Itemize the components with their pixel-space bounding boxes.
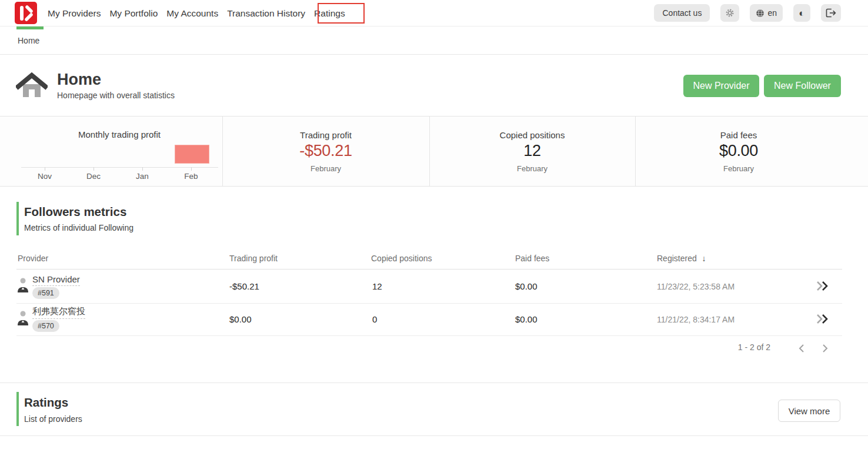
nav-ratings[interactable]: Ratings xyxy=(314,8,345,19)
chevron-left-icon xyxy=(797,344,806,353)
open-row-button[interactable] xyxy=(816,314,830,327)
stat-label: Copied positions xyxy=(429,130,635,140)
app-logo[interactable] xyxy=(15,2,37,24)
chart-title: Monthly trading profit xyxy=(16,129,222,139)
sort-desc-icon: ↓ xyxy=(702,254,706,263)
logo-icon xyxy=(15,2,37,24)
contact-us-button[interactable]: Contact us xyxy=(654,4,710,22)
logout-button[interactable] xyxy=(821,4,841,22)
cell-copied-positions: 12 xyxy=(372,281,382,291)
x-label-jan: Jan xyxy=(125,172,160,181)
cell-copied-positions: 0 xyxy=(372,314,377,324)
nav-my-accounts[interactable]: My Accounts xyxy=(166,8,218,19)
breadcrumb[interactable]: Home xyxy=(18,36,39,45)
ratings-section-title: Ratings xyxy=(24,395,68,410)
x-label-feb: Feb xyxy=(173,172,209,181)
theme-toggle-button[interactable]: ◐ xyxy=(793,4,810,22)
chart-x-axis xyxy=(21,167,218,168)
tick-feb xyxy=(191,167,192,171)
section-divider xyxy=(0,382,868,383)
app-root: My Providers My Portfolio My Accounts Tr… xyxy=(0,0,868,459)
col-trading-profit: Trading profit xyxy=(229,254,278,263)
house-icon xyxy=(16,70,48,102)
x-label-nov: Nov xyxy=(27,172,62,181)
language-button[interactable]: en xyxy=(750,4,783,22)
ratings-section-accent xyxy=(16,392,19,426)
ratings-section-subtitle: List of providers xyxy=(24,414,82,424)
col-registered-sort[interactable]: Registered ↓ xyxy=(657,254,706,263)
tick-nov xyxy=(45,167,45,171)
col-paid-fees: Paid fees xyxy=(515,254,549,263)
stat-label: Paid fees xyxy=(635,130,842,140)
stat-trading-profit: Trading profit -$50.21 February xyxy=(222,117,429,187)
contrast-icon: ◐ xyxy=(799,8,804,18)
main-menu: My Providers My Portfolio My Accounts Tr… xyxy=(48,0,345,26)
x-label-dec: Dec xyxy=(76,172,111,181)
pagination-range: 1 - 2 of 2 xyxy=(676,342,770,352)
stats-band: Monthly trading profit Nov Dec Jan Feb T… xyxy=(0,116,868,187)
page-subtitle: Homepage with overall statistics xyxy=(57,91,175,100)
followers-section-subtitle: Metrics of individual Following xyxy=(24,223,133,232)
provider-id-badge: #570 xyxy=(32,320,59,332)
new-provider-button[interactable]: New Provider xyxy=(683,75,759,97)
provider-name-link[interactable]: 利弗莫尔窖投 xyxy=(32,306,85,319)
feb-negative-bar xyxy=(175,145,209,164)
stat-label: Trading profit xyxy=(222,130,429,140)
col-provider: Provider xyxy=(18,254,48,263)
nav-my-portfolio[interactable]: My Portfolio xyxy=(109,8,158,19)
nav-my-providers[interactable]: My Providers xyxy=(48,8,101,19)
row-divider xyxy=(16,303,842,304)
nav-transaction-history[interactable]: Transaction History xyxy=(227,8,305,19)
new-follower-button[interactable]: New Follower xyxy=(764,75,841,97)
language-label: en xyxy=(767,8,777,18)
settings-button[interactable] xyxy=(720,4,739,22)
col-registered-label: Registered xyxy=(657,254,697,263)
open-row-button[interactable] xyxy=(816,281,830,294)
tick-dec xyxy=(94,167,94,171)
double-chevron-right-icon xyxy=(816,314,830,324)
provider-name-link[interactable]: SN Provider xyxy=(32,274,80,286)
active-nav-indicator xyxy=(16,26,44,29)
stat-paid-fees: Paid fees $0.00 February xyxy=(635,117,842,187)
cell-registered: 11/21/22, 8:34:17 AM xyxy=(657,315,735,324)
chevron-right-icon xyxy=(821,344,829,353)
logout-icon xyxy=(826,8,836,18)
tick-jan xyxy=(142,167,143,171)
cell-paid-fees: $0.00 xyxy=(515,314,538,324)
double-chevron-right-icon xyxy=(816,281,830,291)
col-copied-positions: Copied positions xyxy=(371,254,432,263)
stat-period: February xyxy=(429,164,635,173)
provider-id-badge: #591 xyxy=(32,287,59,299)
table-header-divider xyxy=(16,269,842,270)
cell-trading-profit: -$50.21 xyxy=(229,281,259,291)
pagination-prev-button[interactable] xyxy=(796,342,807,356)
stat-value: -$50.21 xyxy=(222,142,429,160)
gear-icon xyxy=(725,8,735,18)
person-icon xyxy=(17,277,29,295)
nav-actions: Contact us en ◐ xyxy=(654,4,841,22)
view-more-button[interactable]: View more xyxy=(778,400,840,422)
followers-section-accent xyxy=(16,202,19,235)
cell-registered: 11/23/22, 5:23:58 AM xyxy=(657,282,735,291)
page-title: Home xyxy=(57,71,101,89)
stat-period: February xyxy=(222,164,429,173)
stat-value: $0.00 xyxy=(635,142,842,160)
followers-section-title: Followers metrics xyxy=(24,205,126,219)
stat-value: 12 xyxy=(429,142,635,160)
globe-icon xyxy=(756,9,764,18)
pagination-next-button[interactable] xyxy=(820,342,830,356)
cell-trading-profit: $0.00 xyxy=(229,314,252,324)
header-divider xyxy=(0,54,868,55)
stat-copied-positions: Copied positions 12 February xyxy=(429,117,635,187)
stat-period: February xyxy=(635,164,842,173)
cell-paid-fees: $0.00 xyxy=(515,281,538,291)
bottom-divider xyxy=(0,435,868,436)
person-icon xyxy=(17,310,29,328)
top-nav: My Providers My Portfolio My Accounts Tr… xyxy=(0,0,868,26)
row-divider xyxy=(16,335,842,336)
